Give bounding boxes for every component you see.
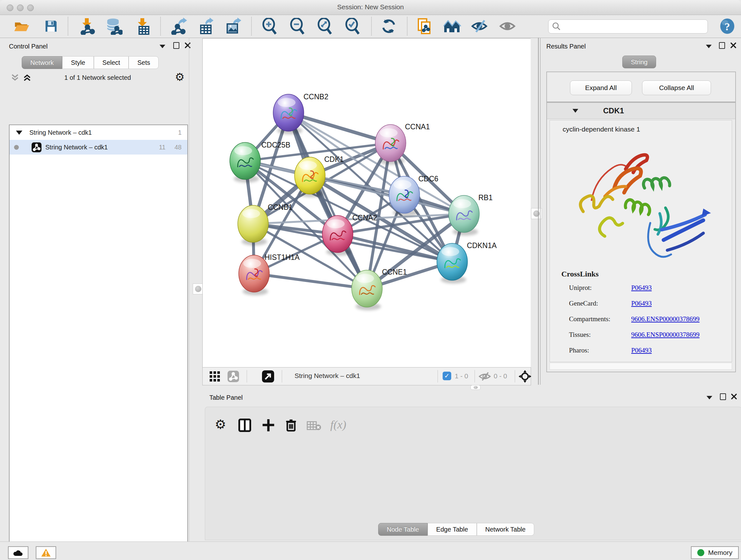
table-panel-title: Table Panel: [209, 394, 243, 401]
edge-HIST1H1A-CCNE1: [254, 273, 367, 289]
table-settings-gear-icon[interactable]: ⚙: [215, 418, 226, 431]
grid-view-icon[interactable]: [210, 371, 220, 381]
panel-close-icon[interactable]: [731, 393, 737, 400]
panel-float-icon[interactable]: [720, 393, 726, 400]
crosslink-label: Uniprot:: [569, 284, 631, 292]
panel-menu-icon[interactable]: [706, 396, 712, 399]
network-status-dot: [14, 145, 19, 150]
collection-expander-icon[interactable]: [16, 131, 22, 135]
node-label-CCNB1: CCNB1: [268, 203, 293, 211]
crosslink-value-link[interactable]: P06493: [631, 300, 652, 307]
zoom-out-button[interactable]: [288, 17, 307, 36]
warning-status-button[interactable]: [36, 546, 56, 559]
node-CCNA2[interactable]: [322, 215, 353, 256]
toolbar-separator: [160, 17, 161, 36]
node-label-RB1: RB1: [478, 193, 493, 202]
selected-nodes-checkbox[interactable]: ✓: [443, 372, 451, 380]
tab-network[interactable]: Network: [22, 56, 62, 69]
tab-select[interactable]: Select: [94, 56, 129, 69]
crosslink-value-link[interactable]: 9606.ENSP00000378699: [631, 331, 699, 339]
collapse-all-button[interactable]: Collapse All: [642, 80, 711, 95]
tab-string[interactable]: String: [622, 56, 656, 68]
protein-expander-icon[interactable]: [572, 109, 578, 113]
show-columns-icon[interactable]: [239, 419, 251, 432]
search-input[interactable]: [561, 20, 708, 33]
show-all-button[interactable]: [498, 17, 517, 36]
pan-crosshair-icon[interactable]: [519, 370, 531, 383]
panel-divider[interactable]: [189, 38, 189, 542]
zoom-fit-button[interactable]: [316, 17, 334, 36]
divider-grip[interactable]: [193, 284, 204, 294]
search-field[interactable]: [548, 19, 708, 34]
open-session-button[interactable]: [12, 17, 31, 36]
panel-close-icon[interactable]: [730, 42, 737, 49]
crosslink-row: GeneCard:P06493: [569, 300, 729, 307]
node-RB1[interactable]: [449, 195, 479, 236]
panel-menu-icon[interactable]: [706, 45, 712, 48]
save-session-button[interactable]: [42, 17, 60, 36]
export-network-button[interactable]: [170, 17, 188, 36]
node-CCNE1[interactable]: [352, 270, 382, 310]
panel-close-icon[interactable]: [185, 42, 191, 49]
toolbar-separator: [247, 370, 247, 382]
protein-card: CDK1 cyclin-dependent kinase 1: [546, 102, 736, 372]
crosslink-value-link[interactable]: 9606.ENSP00000378699: [631, 315, 699, 323]
zoom-fit-icon: [317, 18, 333, 35]
export-image-button[interactable]: [224, 17, 242, 36]
import-network-file-button[interactable]: [77, 17, 96, 36]
hidden-counter: 0 - 0: [494, 372, 507, 380]
tab-edge-table[interactable]: Edge Table: [428, 523, 477, 536]
import-table-button[interactable]: [134, 17, 152, 36]
results-scrollbar[interactable]: [549, 363, 732, 370]
memory-button[interactable]: Memory: [691, 546, 739, 559]
string-home-button[interactable]: [443, 17, 462, 36]
panel-divider[interactable]: [538, 38, 539, 385]
refresh-button[interactable]: [380, 17, 398, 36]
help-button[interactable]: ?: [718, 17, 737, 36]
crosslink-value-link[interactable]: P06493: [631, 347, 652, 354]
network-edges[interactable]: [245, 113, 464, 289]
expand-all-button[interactable]: Expand All: [570, 80, 632, 95]
export-table-button[interactable]: [197, 17, 215, 36]
node-CCNB2[interactable]: [273, 94, 304, 134]
network-collection-row[interactable]: String Network – cdk1 1: [10, 125, 187, 140]
open-folder-icon: [14, 19, 30, 33]
tab-network-table[interactable]: Network Table: [477, 523, 534, 536]
node-label-CCNE1: CCNE1: [382, 268, 407, 276]
network-edge-count: 48: [175, 144, 182, 151]
cloud-status-button[interactable]: [8, 546, 28, 559]
node-CDC6[interactable]: [389, 176, 420, 216]
zoom-selected-button[interactable]: [343, 17, 362, 36]
import-network-database-button[interactable]: [105, 17, 123, 36]
network-options-gear-icon[interactable]: ⚙: [175, 71, 185, 82]
birdseye-toggle-icon[interactable]: [262, 370, 274, 382]
tab-node-table[interactable]: Node Table: [378, 523, 428, 536]
hide-selected-button[interactable]: [470, 17, 488, 36]
tab-style[interactable]: Style: [62, 56, 93, 69]
share-view-icon[interactable]: [227, 371, 239, 382]
hidden-eye-slash-icon[interactable]: [478, 372, 491, 381]
zoom-in-button[interactable]: [260, 17, 279, 36]
panel-float-icon[interactable]: [719, 42, 725, 49]
panel-menu-icon[interactable]: [159, 45, 165, 48]
save-floppy-icon: [44, 19, 58, 34]
divider-grip[interactable]: [470, 385, 481, 390]
crosslink-label: Tissues:: [569, 331, 631, 339]
create-column-icon[interactable]: [262, 419, 275, 432]
tab-sets[interactable]: Sets: [129, 56, 158, 69]
network-row-selected[interactable]: String Network – cdk1 11 48: [10, 140, 187, 154]
export-image-icon: [225, 17, 241, 35]
network-label: String Network – cdk1: [45, 144, 108, 151]
zoom-out-icon: [289, 18, 306, 35]
duplicate-network-button[interactable]: [415, 17, 434, 36]
node-CDC25B[interactable]: [230, 142, 260, 183]
node-label-CDKN1A: CDKN1A: [467, 241, 497, 250]
protein-header[interactable]: CDK1: [547, 103, 735, 119]
node-CCNB1[interactable]: [238, 205, 268, 246]
node-CDKN1A[interactable]: [437, 243, 468, 284]
network-canvas[interactable]: CCNB2CCNA1CDC25BCDK1CDC6RB1CCNB1CCNA2CDK…: [202, 38, 531, 368]
node-CDK1[interactable]: [294, 157, 325, 197]
crosslink-value-link[interactable]: P06493: [631, 284, 652, 292]
panel-float-icon[interactable]: [173, 42, 179, 49]
delete-column-icon[interactable]: [285, 419, 297, 432]
